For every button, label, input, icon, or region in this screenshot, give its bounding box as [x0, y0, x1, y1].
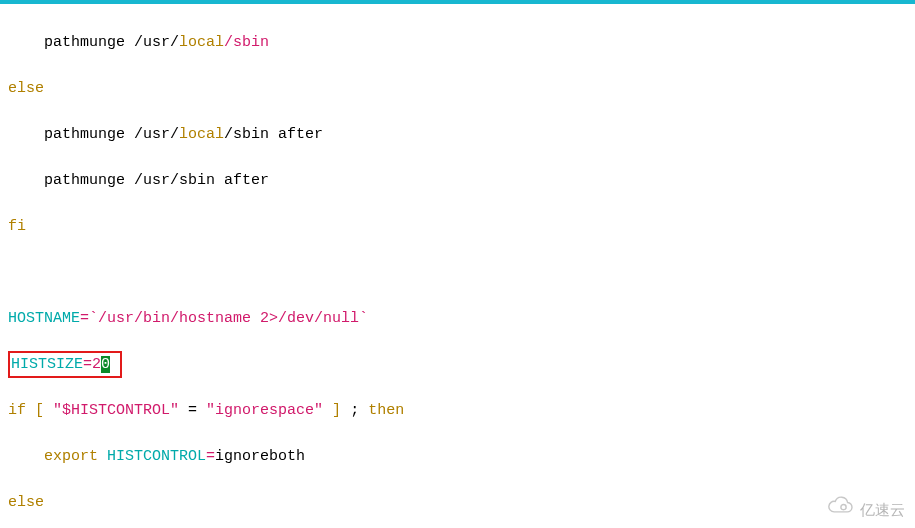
- code-line: HOSTNAME=`/usr/bin/hostname 2>/dev/null`: [8, 307, 907, 330]
- token-fi: fi: [8, 218, 26, 235]
- code-line: else: [8, 77, 907, 100]
- token-lbrac: [: [26, 402, 53, 419]
- token-histsize-var: HISTSIZE: [11, 356, 83, 373]
- token-eq: =: [83, 356, 92, 373]
- code-line: else: [8, 491, 907, 514]
- token-hostname-val: `/usr/bin/hostname 2>/dev/null`: [89, 310, 368, 327]
- token-ignoreboth: ignoreboth: [215, 448, 305, 465]
- token-test-eq: =: [179, 402, 206, 419]
- token-path: /usr/: [134, 126, 179, 143]
- code-line: pathmunge /usr/sbin after: [8, 169, 907, 192]
- code-line: fi: [8, 215, 907, 238]
- token-export: export: [44, 448, 98, 465]
- token-path: /usr/: [134, 34, 179, 51]
- token-eq: =: [206, 448, 215, 465]
- token-local: local: [179, 126, 224, 143]
- token-after: after: [215, 172, 269, 189]
- code-line: export HISTCONTROL=ignoreboth: [8, 445, 907, 468]
- token-path: /usr/: [134, 172, 179, 189]
- token-semi: ;: [341, 402, 368, 419]
- token-histcontrol-test: "$HISTCONTROL": [53, 402, 179, 419]
- token-pathmunge: pathmunge: [44, 34, 125, 51]
- editor-cursor: 0: [101, 356, 110, 373]
- token-pathmunge: pathmunge: [44, 172, 125, 189]
- token-else: else: [8, 80, 44, 97]
- histsize-highlight-box: HISTSIZE=20: [8, 351, 122, 378]
- code-editor-view[interactable]: pathmunge /usr/local/sbin else pathmunge…: [8, 8, 907, 528]
- code-line: pathmunge /usr/local/sbin after: [8, 123, 907, 146]
- token-pathmunge: pathmunge: [44, 126, 125, 143]
- token-rbrac: ]: [323, 402, 341, 419]
- window-top-border: [0, 0, 915, 4]
- token-if: if: [8, 402, 26, 419]
- token-eq: =: [80, 310, 89, 327]
- token-ignorespace: "ignorespace": [206, 402, 323, 419]
- token-sbin: /sbin: [224, 34, 269, 51]
- code-line: pathmunge /usr/local/sbin: [8, 31, 907, 54]
- token-sbin: /sbin: [224, 126, 269, 143]
- token-histsize-2: 2: [92, 356, 101, 373]
- code-line: [8, 261, 907, 284]
- token-local: local: [179, 34, 224, 51]
- token-hostname-var: HOSTNAME: [8, 310, 80, 327]
- code-line-highlighted: HISTSIZE=20: [8, 353, 907, 376]
- token-space: [110, 356, 119, 373]
- token-else: else: [8, 494, 44, 511]
- token-histcontrol-var: HISTCONTROL: [98, 448, 206, 465]
- token-after: after: [269, 126, 323, 143]
- token-then: then: [368, 402, 404, 419]
- code-line: if [ "$HISTCONTROL" = "ignorespace" ] ; …: [8, 399, 907, 422]
